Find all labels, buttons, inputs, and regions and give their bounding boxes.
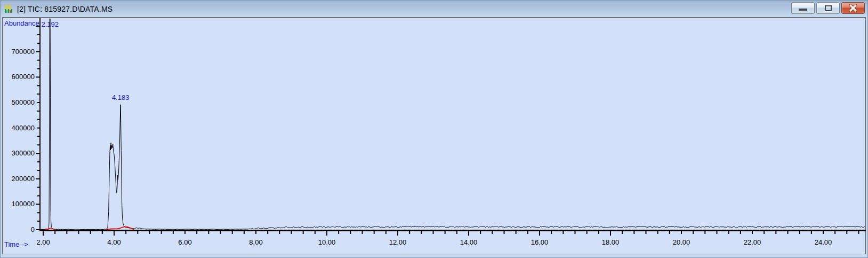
svg-text:0: 0 (31, 225, 35, 233)
close-button[interactable] (841, 2, 865, 14)
svg-text:2.192: 2.192 (41, 20, 59, 28)
minimize-button[interactable] (791, 2, 815, 14)
svg-text:500000: 500000 (12, 98, 35, 106)
svg-text:4.00: 4.00 (107, 238, 120, 246)
svg-text:4.183: 4.183 (112, 93, 130, 101)
svg-text:6.00: 6.00 (178, 238, 191, 246)
minimize-icon (799, 9, 807, 11)
restore-icon (825, 5, 832, 11)
chromatogram-icon (4, 4, 14, 13)
plot-frame: 2.004.006.008.0010.0012.0014.0016.0018.0… (2, 17, 866, 254)
chromatogram-plot: 2.004.006.008.0010.0012.0014.0016.0018.0… (3, 18, 866, 254)
svg-text:300000: 300000 (12, 149, 35, 157)
svg-text:24.00: 24.00 (815, 238, 832, 246)
svg-text:14.00: 14.00 (460, 238, 478, 246)
svg-text:400000: 400000 (12, 124, 35, 132)
svg-text:20.00: 20.00 (673, 238, 690, 246)
close-icon (849, 4, 857, 12)
window-controls (791, 2, 865, 14)
svg-text:Time-->: Time--> (4, 240, 28, 248)
svg-text:Abundance: Abundance (4, 19, 39, 27)
svg-text:12.00: 12.00 (389, 238, 407, 246)
chromatogram-window: [2] TIC: 815927.D\DATA.MS 2.004.006.008.… (0, 0, 868, 258)
svg-text:18.00: 18.00 (602, 238, 620, 246)
window-title: [2] TIC: 815927.D\DATA.MS (17, 5, 112, 13)
svg-text:100000: 100000 (12, 200, 35, 208)
title-bar[interactable]: [2] TIC: 815927.D\DATA.MS (1, 1, 867, 17)
svg-text:2.00: 2.00 (36, 238, 50, 246)
svg-text:8.00: 8.00 (249, 238, 262, 246)
svg-text:16.00: 16.00 (531, 238, 549, 246)
svg-text:700000: 700000 (12, 48, 35, 56)
svg-text:10.00: 10.00 (318, 238, 336, 246)
svg-text:200000: 200000 (12, 175, 35, 183)
svg-text:22.00: 22.00 (744, 238, 761, 246)
svg-text:600000: 600000 (12, 73, 35, 81)
restore-button[interactable] (816, 2, 840, 14)
